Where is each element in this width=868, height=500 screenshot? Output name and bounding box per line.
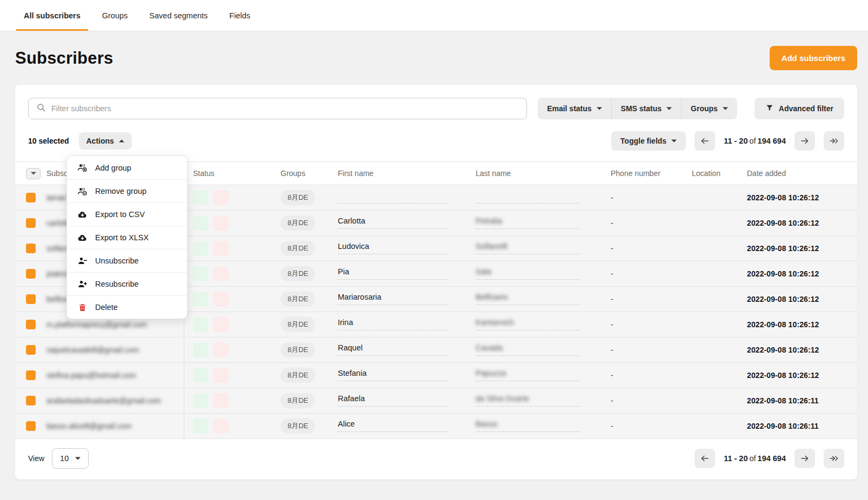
sms-status-icon[interactable] [213,418,229,434]
subscriber-email[interactable]: raquelcavadelli@gmail.com [46,346,139,354]
first-name-field[interactable]: Alice [338,420,447,432]
group-tag[interactable]: 8月DE [281,241,315,256]
last-name-field[interactable]: Belfisario [476,293,579,305]
next-page-button-bottom[interactable] [794,449,815,468]
email-status-icon[interactable] [193,241,208,256]
first-name-field[interactable]: Ludovica [338,242,447,254]
last-page-button[interactable] [824,131,844,151]
group-tag[interactable]: 8月DE [281,266,315,281]
chevron-down-icon [671,139,677,143]
sms-status-icon[interactable] [213,368,229,383]
group-tag[interactable]: 8月DE [281,292,315,307]
last-name-field[interactable]: Basso [476,420,579,432]
filter-subscribers-input[interactable] [51,104,519,113]
menu-item-export-to-csv[interactable]: Export to CSV [67,202,187,226]
subscriber-email[interactable]: arafaeladasilvaduarte@gmail.com [46,396,161,405]
first-name-field[interactable]: Carlotta [338,217,447,229]
sms-status-icon[interactable] [213,317,229,332]
select-all-dropdown[interactable] [26,168,41,179]
last-name-field[interactable]: Kantsevich [476,319,579,330]
advanced-filter-button[interactable]: Advanced filter [755,98,844,119]
menu-item-remove-group[interactable]: Remove group [67,179,187,202]
prev-page-button-bottom[interactable] [695,449,715,468]
sms-status-icon[interactable] [213,266,229,281]
groups-filter-button[interactable]: Groups [681,98,737,119]
last-name-field[interactable] [476,192,579,204]
row-checkbox[interactable] [26,218,36,228]
column-header-last-name: Last name [476,169,511,178]
date-added: 2022-09-08 10:26:12 [747,371,819,380]
sms-status-icon[interactable] [213,393,229,408]
phone-value: - [611,295,613,303]
menu-item-export-to-xlsx[interactable]: Export to XLSX [67,226,187,249]
user-plus-icon [77,279,88,289]
email-status-icon[interactable] [193,317,208,332]
group-tag[interactable]: 8月DE [281,393,315,408]
group-tag[interactable]: 8月DE [281,342,315,357]
page-size-select[interactable]: 10 [52,448,89,469]
group-tag[interactable]: 8月DE [281,215,315,231]
last-name-field[interactable]: Papuzza [476,369,579,381]
pagination-range-bottom: 11 - 20of194 694 [724,454,786,463]
email-status-icon[interactable] [193,418,208,434]
menu-item-unsubscribe[interactable]: Unsubscribe [67,249,187,272]
email-status-icon[interactable] [193,215,208,231]
email-status-icon[interactable] [193,266,208,281]
group-tag[interactable]: 8月DE [281,190,315,205]
group-tag[interactable]: 8月DE [281,317,315,332]
add-subscribers-button[interactable]: Add subscribers [770,46,857,70]
email-status-icon[interactable] [193,393,208,408]
last-name-field[interactable]: Solfanelli [476,242,579,254]
row-checkbox[interactable] [26,244,36,253]
toggle-fields-button[interactable]: Toggle fields [611,131,686,151]
first-name-field[interactable]: Irina [338,319,447,330]
last-name-field[interactable]: Petralia [476,217,579,229]
row-checkbox[interactable] [26,421,36,431]
sms-status-icon[interactable] [213,190,229,205]
subscriber-email[interactable]: stefina.papu@hotmail.com [46,371,136,380]
first-name-field[interactable] [338,192,447,204]
selected-count: 10 selected [28,137,69,145]
sms-status-icon[interactable] [213,342,229,357]
first-name-field[interactable]: Raquel [338,344,447,356]
email-status-icon[interactable] [193,190,208,205]
row-checkbox[interactable] [26,370,36,380]
row-checkbox[interactable] [26,345,36,355]
email-status-icon[interactable] [193,292,208,307]
tab-fields[interactable]: Fields [222,0,258,31]
menu-item-resubscribe[interactable]: Resubscribe [67,272,187,295]
email-status-icon[interactable] [193,368,208,383]
menu-item-add-group[interactable]: Add group [67,156,187,179]
last-page-button-bottom[interactable] [824,449,844,468]
first-name-field[interactable]: Mariarosaria [338,293,447,305]
last-name-field[interactable]: Cavada [476,344,579,356]
email-status-filter-button[interactable]: Email status [538,98,611,119]
tab-saved-segments[interactable]: Saved segments [142,0,215,31]
last-name-field[interactable]: Sala [476,268,579,280]
email-status-icon[interactable] [193,342,208,357]
users-plus-icon [77,163,88,173]
first-name-field[interactable]: Rafaela [338,395,447,407]
sms-status-icon[interactable] [213,292,229,307]
prev-page-button[interactable] [695,131,715,151]
row-checkbox[interactable] [26,294,36,304]
tab-all-subscribers[interactable]: All subscribers [16,0,88,31]
group-tag[interactable]: 8月DE [281,418,315,434]
sms-status-filter-button[interactable]: SMS status [611,98,681,119]
subscriber-email[interactable]: m.platformaprecy@gmail.com [46,320,147,329]
last-name-field[interactable]: da Silva Duarte [476,395,579,407]
tab-groups[interactable]: Groups [95,0,136,31]
subscriber-email[interactable]: basso.alicelli@gmail.com [46,422,131,430]
actions-button[interactable]: Actions [79,132,132,150]
row-checkbox[interactable] [26,396,36,406]
first-name-field[interactable]: Stefania [338,369,447,381]
sms-status-icon[interactable] [213,241,229,256]
next-page-button[interactable] [794,131,815,151]
sms-status-icon[interactable] [213,215,229,231]
row-checkbox[interactable] [26,320,36,329]
first-name-field[interactable]: Pia [338,268,447,280]
row-checkbox[interactable] [26,193,36,202]
row-checkbox[interactable] [26,269,36,279]
group-tag[interactable]: 8月DE [281,368,315,383]
menu-item-delete[interactable]: Delete [67,295,187,319]
